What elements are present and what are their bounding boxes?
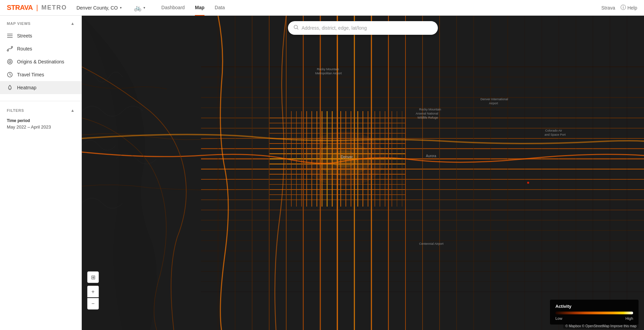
svg-text:Rocky Mountain: Rocky Mountain	[419, 108, 441, 111]
svg-point-4	[11, 46, 13, 48]
origins-destinations-label: Origins & Destinations	[17, 59, 64, 64]
collapse-icon[interactable]: ▲	[71, 21, 75, 26]
filters-header: FILTERS ▲	[7, 108, 75, 113]
svg-point-5	[7, 59, 12, 64]
svg-text:Wildlife Refuge: Wildlife Refuge	[417, 116, 438, 119]
sidebar: MAP VIEWS ▲ Streets	[0, 16, 82, 330]
svg-point-3	[7, 50, 9, 51]
location-selector[interactable]: Denver County, CO ▾	[74, 4, 124, 12]
map-views-title: MAP VIEWS	[7, 21, 31, 26]
legend-title: Activity	[555, 304, 633, 309]
map-views-header: MAP VIEWS ▲	[0, 21, 81, 29]
filters-section: FILTERS ▲ Time period May 2022 – April 2…	[0, 103, 81, 140]
time-period-filter: Time period May 2022 – April 2023	[7, 118, 75, 130]
svg-text:Centennial Airport: Centennial Airport	[419, 242, 444, 245]
help-circle-icon: ⓘ	[620, 4, 626, 11]
app-header: STRAVA | METRO Denver County, CO ▾ 🚲 ▾ D…	[0, 0, 644, 16]
svg-text:Denver: Denver	[341, 155, 353, 159]
legend: Activity Low High	[550, 300, 639, 325]
filters-title: FILTERS	[7, 108, 24, 112]
svg-text:Colorado Air: Colorado Air	[545, 129, 562, 132]
layers-icon: ⊞	[91, 274, 95, 281]
logo: STRAVA | METRO	[7, 4, 67, 12]
legend-labels: Low High	[555, 316, 633, 320]
sidebar-divider	[0, 101, 81, 101]
routes-icon	[7, 46, 13, 52]
svg-text:Denver International: Denver International	[480, 97, 508, 101]
map-attribution: © Mapbox © OpenStreetMap Improve this ma…	[563, 324, 639, 329]
zoom-out-button[interactable]: −	[87, 298, 99, 310]
search-input[interactable]	[302, 25, 432, 31]
heatmap-label: Heatmap	[17, 85, 36, 90]
zoom-in-button[interactable]: +	[87, 286, 99, 297]
map-controls: ⊞ + −	[87, 271, 99, 310]
activity-type-selector[interactable]: 🚲 ▾	[131, 3, 148, 13]
time-period-value: May 2022 – April 2023	[7, 124, 75, 130]
svg-text:Rocky Mountain: Rocky Mountain	[317, 68, 339, 71]
search-icon	[293, 25, 299, 31]
strava-wordmark: STRAVA	[7, 4, 33, 12]
svg-text:Airport: Airport	[489, 102, 498, 105]
time-period-label: Time period	[7, 118, 75, 123]
svg-rect-2	[7, 37, 13, 38]
activity-chevron-icon: ▾	[143, 6, 145, 10]
travel-times-label: Travel Times	[17, 72, 44, 77]
metro-wordmark: METRO	[41, 4, 67, 11]
travel-times-icon	[7, 72, 13, 78]
plus-icon: +	[91, 289, 94, 295]
svg-point-24	[527, 182, 529, 184]
nav-map[interactable]: Map	[195, 0, 204, 16]
heatmap-icon	[7, 85, 13, 91]
filters-collapse-icon[interactable]: ▲	[71, 108, 75, 113]
strava-link[interactable]: Strava	[601, 5, 615, 11]
search-bar	[288, 21, 438, 35]
svg-rect-1	[7, 35, 13, 36]
sidebar-item-origins-destinations[interactable]: Origins & Destinations	[0, 55, 81, 68]
svg-point-11	[331, 150, 358, 167]
sidebar-item-routes[interactable]: Routes	[0, 42, 81, 55]
bike-icon: 🚲	[134, 4, 141, 12]
minus-icon: −	[91, 301, 94, 307]
streets-label: Streets	[17, 33, 32, 39]
svg-point-6	[9, 61, 11, 63]
main-nav: Dashboard Map Data	[162, 0, 225, 16]
svg-text:Metropolitan Airport: Metropolitan Airport	[315, 72, 342, 75]
nav-dashboard[interactable]: Dashboard	[162, 0, 185, 16]
nav-data[interactable]: Data	[215, 0, 225, 16]
logo-divider: |	[36, 4, 38, 12]
svg-text:Arsenal National: Arsenal National	[416, 112, 438, 115]
routes-label: Routes	[17, 46, 32, 51]
map-views-section: MAP VIEWS ▲ Streets	[0, 16, 81, 100]
map-layers-button[interactable]: ⊞	[87, 271, 99, 283]
sidebar-item-travel-times[interactable]: Travel Times	[0, 68, 81, 81]
help-button[interactable]: ⓘ Help	[620, 4, 637, 11]
map-area[interactable]: Rocky Mountain Metropolitan Airport Denv…	[82, 16, 644, 330]
legend-high-label: High	[625, 316, 633, 320]
sidebar-item-streets[interactable]: Streets	[0, 29, 81, 42]
streets-icon	[7, 33, 13, 39]
legend-low-label: Low	[555, 316, 562, 320]
header-right: Strava ⓘ Help	[601, 4, 637, 11]
svg-rect-0	[7, 34, 13, 34]
chevron-down-icon: ▾	[120, 6, 122, 10]
sidebar-item-heatmap[interactable]: Heatmap	[0, 81, 81, 94]
main-layout: MAP VIEWS ▲ Streets	[0, 16, 644, 330]
map-background: Rocky Mountain Metropolitan Airport Denv…	[82, 16, 644, 330]
svg-text:Aurora: Aurora	[426, 154, 436, 158]
origins-destinations-icon	[7, 59, 13, 65]
svg-text:and Space Port: and Space Port	[545, 133, 566, 136]
map-heatmap-overlay: Rocky Mountain Metropolitan Airport Denv…	[82, 16, 644, 330]
location-text: Denver County, CO	[76, 5, 118, 11]
legend-color-bar	[555, 312, 633, 314]
